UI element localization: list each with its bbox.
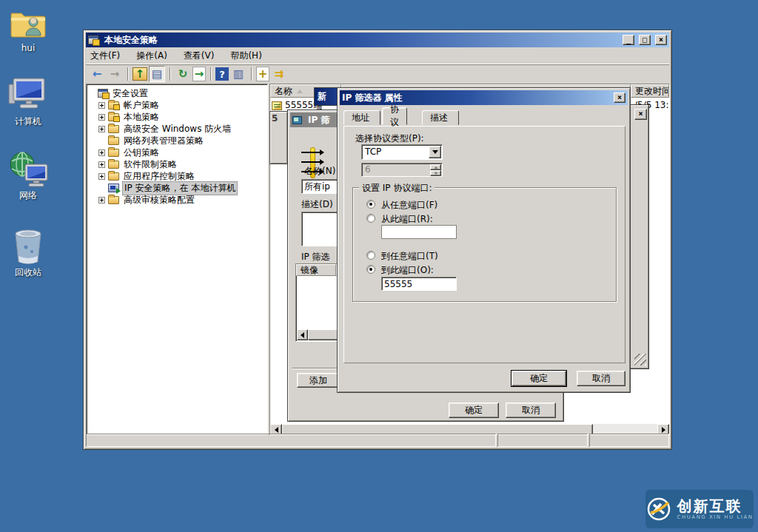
filter-desc-label: 描述(D) [301, 198, 333, 211]
port-group-box: 设置 IP 协议端口: 从任意端口(F) 从此端口(R): 到任意端口(T) 到… [352, 187, 617, 302]
tree-item-account-policies[interactable]: 帐户策略 [88, 99, 266, 111]
expand-icon[interactable] [98, 102, 105, 109]
desktop-icon-computer[interactable]: 计算机 [1, 77, 55, 128]
recycle-bin-icon [11, 226, 45, 265]
tree-item-ip-security-policies[interactable]: IP 安全策略，在 本地计算机 [88, 182, 266, 194]
filter-props-ok-button[interactable]: 确定 [512, 371, 566, 386]
menu-bar: 文件(F) 操作(A) 查看(V) 帮助(H) [86, 47, 669, 64]
brand-logo-icon [646, 496, 671, 522]
window-icon [88, 36, 98, 44]
security-settings-icon [98, 89, 108, 98]
folder-lock-icon [108, 101, 119, 110]
close-button[interactable]: × [655, 35, 667, 45]
filter-props-cancel-button[interactable]: 取消 [577, 371, 625, 386]
menu-action[interactable]: 操作(A) [136, 50, 167, 62]
folder-icon [108, 149, 119, 157]
brand-subtitle: CHUANG XIN HU LIAN [677, 514, 754, 520]
folder-icon [108, 172, 119, 181]
export-list-icon[interactable]: → [192, 67, 206, 81]
expand-icon[interactable] [98, 173, 105, 180]
tree-root-security-settings[interactable]: 安全设置 [88, 87, 266, 99]
desktop-icon-network[interactable]: 网络 [1, 149, 55, 202]
mirror-column-header[interactable]: 镜像 [296, 264, 336, 276]
expand-icon[interactable] [98, 114, 105, 121]
expand-icon[interactable] [98, 197, 105, 203]
combobox-dropdown-button[interactable] [429, 146, 441, 158]
network-icon [7, 149, 49, 188]
folder-icon [108, 137, 119, 145]
ipsec-policy-icon [108, 183, 119, 192]
folder-lock-icon [108, 113, 119, 121]
radio-to-any-port[interactable] [366, 251, 375, 260]
tree-item-windows-firewall[interactable]: 高级安全 Windows 防火墙 [88, 123, 266, 135]
desktop-icon-hui[interactable]: hui [1, 6, 55, 53]
tab-description[interactable]: 描述 [422, 110, 459, 125]
radio-from-this-port[interactable] [366, 214, 375, 223]
behind-dialog-right-strip: × [629, 104, 649, 369]
toolbar-separator [170, 67, 170, 81]
filters-list-label: IP 筛选 [301, 251, 330, 263]
expand-icon[interactable] [98, 161, 105, 168]
filter-props-close-button[interactable]: × [614, 92, 625, 103]
scroll-left-button[interactable] [297, 329, 308, 340]
new-rule-dialog-title-fragment: 新 [314, 87, 338, 106]
action-pane-toggle-icon[interactable]: ▥ [230, 66, 246, 82]
new-policy-icon[interactable]: + [256, 67, 269, 81]
to-port-input[interactable] [381, 277, 457, 291]
window-title: 本地安全策略 [104, 34, 618, 47]
status-cell [589, 434, 669, 447]
manage-filter-lists-icon[interactable]: ⇉ [271, 66, 287, 82]
filter-list-cancel-button[interactable]: 取消 [506, 403, 556, 418]
menu-help[interactable]: 帮助(H) [230, 50, 261, 62]
filter-list-ok-button[interactable]: 确定 [449, 403, 499, 418]
hidden-policy-dialog-fragment: 5 [269, 111, 288, 164]
desktop: { "desktop": { "icons": [ { "label": "hu… [0, 0, 758, 532]
folder-icon [108, 125, 119, 133]
tree-root-label: 安全设置 [111, 87, 150, 100]
user-folder-icon [9, 6, 47, 41]
radio-from-any-port[interactable] [366, 200, 375, 209]
minimize-button[interactable]: _ [623, 35, 634, 45]
expand-icon[interactable] [98, 149, 105, 156]
menu-file[interactable]: 文件(F) [90, 50, 120, 62]
tree-item-network-list-manager[interactable]: 网络列表管理器策略 [88, 135, 266, 147]
tab-address[interactable]: 地址 [343, 110, 380, 125]
protocol-type-label: 选择协议类型(P): [355, 132, 424, 145]
desktop-icon-recycle-bin[interactable]: 回收站 [1, 226, 55, 279]
console-tree-pane: 安全设置 帐户策略 本地策略 高级安全 Windows 防火墙 网络列表管理器策… [86, 84, 268, 435]
tab-protocol[interactable]: 协议 [382, 107, 407, 125]
tree-item-software-restriction[interactable]: 软件限制策略 [88, 158, 266, 170]
main-title-bar[interactable]: 本地安全策略 _ □ × [86, 33, 669, 47]
toolbar-separator [251, 67, 252, 81]
back-icon[interactable]: ← [89, 66, 105, 82]
resize-grip[interactable] [634, 354, 646, 366]
tree-item-advanced-audit[interactable]: 高级审核策略配置 [88, 194, 266, 206]
add-filter-button[interactable]: 添加 [297, 373, 340, 388]
tree-item-local-policies[interactable]: 本地策略 [88, 111, 266, 123]
from-port-input[interactable] [381, 225, 457, 239]
menu-view[interactable]: 查看(V) [184, 50, 215, 62]
column-header-modified-time[interactable]: 更改时间 [631, 84, 669, 98]
chevron-down-icon [432, 150, 438, 154]
up-one-level-icon[interactable]: ↑ [133, 67, 147, 81]
ip-filter-list-icon [272, 101, 282, 110]
filter-props-title-bar[interactable]: IP 筛选器 属性 × [340, 90, 628, 105]
console-tree-toggle-icon[interactable]: ▤ [149, 66, 165, 82]
forward-icon[interactable]: → [107, 66, 123, 82]
protocol-type-combobox[interactable]: TCP [361, 144, 443, 160]
radio-to-this-port[interactable] [366, 265, 375, 274]
brand-watermark: 创新互联 CHUANG XIN HU LIAN [645, 490, 754, 528]
tree-item-public-key-policies[interactable]: 公钥策略 [88, 147, 266, 158]
ip-filter-properties-dialog: IP 筛选器 属性 × 地址 协议 描述 选择协议类型(P): TCP 6 设置… [337, 87, 631, 393]
behind-dialog-close-button[interactable]: × [634, 109, 647, 120]
refresh-icon[interactable]: ↻ [175, 66, 191, 82]
maximize-button[interactable]: □ [639, 35, 651, 45]
help-icon[interactable]: ? [215, 67, 229, 81]
filter-name-label: 名称(N) [304, 165, 335, 178]
sort-asc-icon [297, 90, 303, 93]
spinner-down-button[interactable] [430, 170, 441, 176]
filter-props-title: IP 筛选器 属性 [342, 92, 609, 104]
spinner-up-button[interactable] [430, 164, 441, 170]
brand-title: 创新互联 [677, 499, 754, 514]
expand-icon[interactable] [98, 126, 105, 132]
